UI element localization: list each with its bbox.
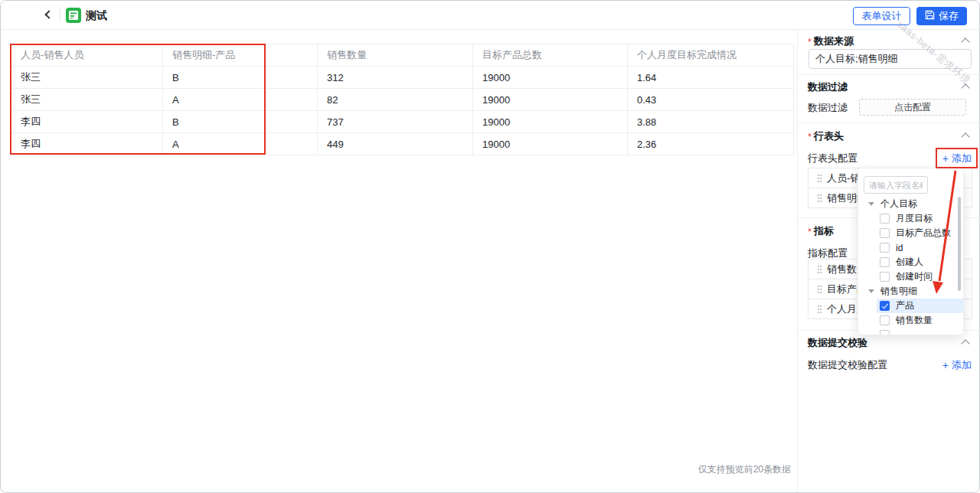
preview-limit-note: 仅支持预览前20条数据 (684, 463, 791, 476)
checkbox[interactable] (880, 228, 890, 238)
row-header-add-button[interactable]: +添加 (942, 152, 972, 165)
caret-down-icon[interactable] (868, 202, 874, 206)
plus-icon: + (942, 360, 949, 371)
dropdown-scrollbar[interactable] (958, 197, 961, 291)
back-button[interactable] (44, 11, 53, 20)
tree-field-label: 创建时间 (896, 270, 933, 283)
section-metrics: *指标 (808, 223, 834, 240)
tree-field-label: 创建人 (896, 256, 923, 269)
table-cell: B (163, 67, 318, 89)
drag-handle-icon[interactable] (817, 194, 822, 202)
tree-field-label: 产品 (896, 299, 914, 312)
table-cell: 19000 (473, 67, 628, 89)
validation-add-button[interactable]: +添加 (942, 358, 972, 372)
field-search-input[interactable] (864, 176, 928, 194)
tree-field-row[interactable]: 销售数量 (858, 313, 963, 328)
plus-icon: + (942, 153, 949, 164)
checkbox[interactable] (880, 272, 890, 282)
column-header: 个人月度目标完成情况 (628, 44, 794, 67)
table-cell: 李四 (11, 133, 163, 155)
tree-field-row[interactable]: 创建人 (858, 255, 963, 269)
table-cell: 2.36 (628, 133, 794, 155)
checkbox[interactable] (880, 301, 890, 311)
tree-group-label: 个人目标 (880, 198, 917, 211)
drag-handle-icon[interactable] (817, 174, 822, 182)
table-cell: 3.88 (628, 111, 794, 133)
save-icon (925, 10, 935, 22)
chevron-left-icon (44, 10, 53, 18)
section-data-source: *数据来源 (808, 33, 854, 50)
tree-field-row[interactable]: 产品 (877, 299, 963, 313)
table-row: 张三B312190001.64 (11, 67, 794, 89)
tree-field-row[interactable]: id (858, 240, 963, 255)
table-cell: 312 (318, 67, 473, 89)
tree-field-row[interactable] (858, 328, 963, 335)
checkbox[interactable] (880, 243, 890, 253)
tree-field-label: id (896, 243, 903, 253)
section-validation: 数据提交校验 (808, 335, 867, 351)
table-header-row: 人员-销售人员销售明细-产品销售数量目标产品总数个人月度目标完成情况 (11, 44, 794, 67)
tree-group-row[interactable]: 销售明细 (858, 284, 963, 299)
drag-handle-icon[interactable] (817, 265, 822, 273)
data-filter-config-label: 数据过滤 (808, 101, 848, 115)
data-source-input[interactable] (808, 49, 972, 69)
table-cell: 李四 (11, 111, 163, 133)
table-row: 李四B737190003.88 (11, 111, 794, 133)
divider (798, 122, 980, 123)
topbar-divider (60, 9, 60, 21)
divider (798, 74, 980, 75)
collapse-chevron-row-header[interactable] (961, 132, 969, 141)
column-header: 目标产品总数 (473, 44, 628, 67)
top-bar: 测试 表单设计 保存 (1, 1, 979, 30)
row-header-config-label: 行表头配置 (808, 152, 858, 165)
section-data-filter: 数据过滤 (808, 79, 848, 96)
checkbox[interactable] (880, 257, 890, 267)
table-cell: 张三 (11, 89, 163, 111)
field-tree: 个人目标月度目标目标产品总数id创建人创建时间销售明细产品销售数量 (858, 197, 963, 335)
checkbox[interactable] (880, 330, 890, 335)
table-cell: A (163, 89, 318, 111)
page-title: 测试 (86, 9, 107, 23)
collapse-chevron-validation[interactable] (961, 339, 969, 348)
validation-config-label: 数据提交校验配置 (808, 358, 887, 372)
table-cell: 449 (318, 133, 473, 155)
tree-field-row[interactable]: 目标产品总数 (858, 226, 963, 240)
caret-down-icon[interactable] (868, 289, 874, 293)
collapse-chevron-data-filter[interactable] (961, 83, 969, 92)
table-cell: 19000 (473, 111, 628, 133)
tree-group-row[interactable]: 个人目标 (858, 197, 963, 211)
table-cell: 19000 (473, 89, 628, 111)
column-header: 销售明细-产品 (163, 44, 318, 67)
table-cell: 张三 (11, 67, 163, 89)
save-button[interactable]: 保存 (916, 7, 967, 25)
table-row: 李四A449190002.36 (11, 133, 794, 155)
preview-table: 人员-销售人员销售明细-产品销售数量目标产品总数个人月度目标完成情况 张三B31… (11, 44, 794, 155)
section-row-header: *行表头 (808, 128, 844, 145)
tree-field-label: 月度目标 (896, 212, 933, 225)
table-cell: 19000 (473, 133, 628, 155)
tree-field-label: 销售数量 (896, 314, 933, 327)
form-app-icon (66, 8, 81, 23)
table-row: 张三A82190000.43 (11, 89, 794, 111)
app-window: 测试 表单设计 保存 人员-销售人员销售明细-产品销售数量目标产品总数个人月度目… (0, 0, 980, 493)
collapse-chevron-data-source[interactable] (961, 38, 969, 46)
tree-field-row[interactable]: 月度目标 (858, 211, 963, 226)
field-picker-dropdown: 个人目标月度目标目标产品总数id创建人创建时间销售明细产品销售数量 (858, 168, 964, 335)
table-cell: 1.64 (628, 67, 794, 89)
column-header: 销售数量 (318, 44, 473, 67)
click-configure-button[interactable]: 点击配置 (859, 99, 966, 116)
column-header: 人员-销售人员 (11, 44, 163, 67)
checkbox[interactable] (880, 315, 890, 325)
form-design-button[interactable]: 表单设计 (853, 7, 910, 25)
tree-group-label: 销售明细 (880, 285, 917, 298)
tree-field-row[interactable]: 创建时间 (858, 269, 963, 284)
drag-handle-icon[interactable] (817, 305, 822, 313)
table-cell: A (163, 133, 318, 155)
table-cell: B (163, 111, 318, 133)
table-cell: 737 (318, 111, 473, 133)
tree-field-label: 目标产品总数 (896, 227, 951, 240)
table-cell: 0.43 (628, 89, 794, 111)
table-cell: 82 (318, 89, 473, 111)
drag-handle-icon[interactable] (817, 285, 822, 293)
checkbox[interactable] (880, 214, 890, 224)
